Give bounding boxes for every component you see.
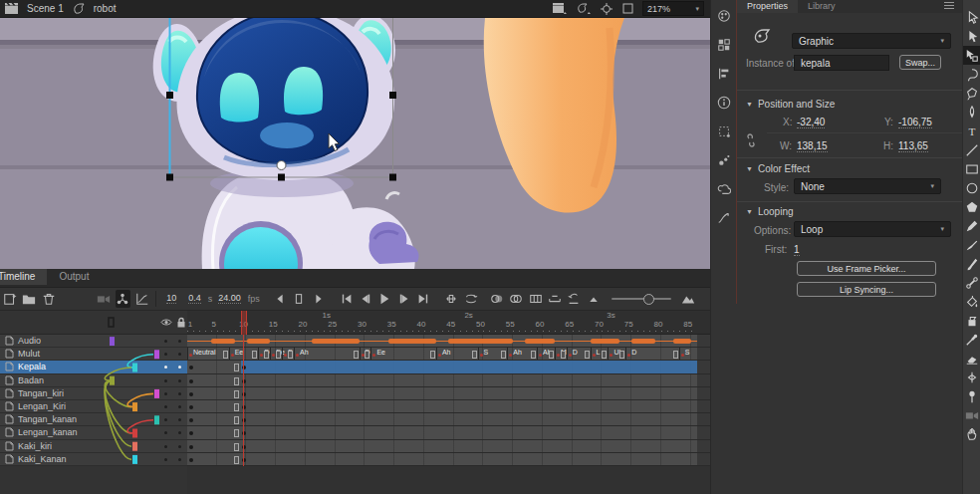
timeline-zoom-out-icon[interactable]: [586, 290, 601, 308]
new-layer-icon[interactable]: [2, 290, 17, 308]
layer-lock-dot[interactable]: [178, 418, 181, 421]
hand-tool-icon[interactable]: [963, 424, 980, 443]
first-frame-icon[interactable]: [339, 290, 354, 308]
eyedropper-tool-icon[interactable]: [963, 330, 980, 349]
frame-row-kaki_kiri[interactable]: [187, 440, 710, 453]
layer-visibility-dot[interactable]: [164, 405, 167, 408]
graph-view-icon[interactable]: [134, 290, 149, 308]
pencil-tool-icon[interactable]: [963, 216, 980, 235]
camera-view-icon[interactable]: [96, 290, 111, 308]
edit-multiple-frames-icon[interactable]: [528, 290, 543, 308]
link-dimensions-icon[interactable]: [744, 133, 758, 147]
onion-outline-icon[interactable]: [509, 290, 524, 308]
layer-lock-dot[interactable]: [178, 392, 181, 395]
new-folder-icon[interactable]: [21, 290, 36, 308]
layer-visibility-dot[interactable]: [164, 379, 167, 382]
frame-row-lengan_kiri[interactable]: [187, 400, 710, 413]
position-size-section-header[interactable]: ▼ Position and Size: [746, 99, 835, 110]
width-tool-icon[interactable]: [963, 368, 980, 386]
last-frame-icon[interactable]: [416, 290, 431, 308]
symbol-type-dropdown[interactable]: Graphic▾: [792, 33, 951, 49]
frame-row-mulut[interactable]: NeutralEeDEeFAhDEeAhSAhAhMDLUhDS: [187, 348, 710, 361]
oval-tool-icon[interactable]: [963, 178, 980, 197]
layer-lock-dot[interactable]: [178, 353, 181, 356]
layer-row-lengan_kanan[interactable]: Lengan_kanan: [0, 426, 187, 439]
transform-panel-icon[interactable]: [714, 122, 734, 141]
w-value[interactable]: 138,15: [797, 140, 828, 152]
layer-visibility-dot[interactable]: [164, 392, 167, 395]
current-frame-icon[interactable]: [292, 290, 307, 308]
mouth-keyframe-segment[interactable]: S: [478, 348, 508, 360]
mouth-keyframe-segment[interactable]: Ah: [436, 348, 478, 360]
layer-visibility-dot[interactable]: [164, 340, 167, 343]
delete-layer-icon[interactable]: [41, 290, 56, 308]
frame-span[interactable]: [187, 400, 697, 412]
onion-markers-icon[interactable]: [547, 290, 562, 308]
text-tool-icon[interactable]: T: [963, 122, 980, 140]
tab-timeline[interactable]: Timeline: [0, 269, 47, 285]
mouth-keyframe-segment[interactable]: D: [360, 348, 371, 360]
mouth-keyframe-segment[interactable]: D: [258, 348, 270, 360]
prev-frame-icon[interactable]: [358, 290, 372, 308]
layer-row-lengan_kiri[interactable]: Lengan_Kiri: [0, 400, 187, 413]
play-icon[interactable]: [377, 290, 392, 308]
mouth-keyframe-segment[interactable]: L: [591, 348, 609, 360]
instance-name-field[interactable]: kepala: [794, 55, 889, 71]
edited-symbol-name[interactable]: robot: [94, 3, 117, 14]
selected-frame-span[interactable]: [241, 361, 697, 372]
looping-options-dropdown[interactable]: Loop▾: [794, 221, 951, 237]
panel-drag-edge[interactable]: [736, 0, 737, 304]
scene-clapper-icon[interactable]: [5, 3, 18, 14]
align-panel-icon[interactable]: [714, 64, 734, 84]
cc-libraries-panel-icon[interactable]: [714, 179, 734, 199]
frame-span[interactable]: [187, 374, 697, 386]
y-value[interactable]: -106,75: [898, 117, 932, 128]
frames-area[interactable]: 15101520253035404550556065707580851s2s3s…: [187, 311, 710, 494]
layer-row-tangan_kanan[interactable]: Tangan_kanan: [0, 413, 187, 426]
scene-name[interactable]: Scene 1: [27, 3, 64, 14]
frame-span[interactable]: [187, 413, 697, 425]
layer-lock-dot[interactable]: [178, 458, 181, 461]
frame-span[interactable]: [187, 426, 697, 438]
tab-library[interactable]: Library: [798, 0, 846, 13]
stage-canvas[interactable]: [0, 18, 710, 269]
layer-visibility-dot[interactable]: [164, 458, 167, 461]
transform-point[interactable]: [277, 161, 286, 170]
center-stage-icon[interactable]: [601, 3, 612, 15]
layer-lock-dot[interactable]: [178, 379, 181, 382]
lasso-tool-icon[interactable]: [963, 65, 980, 84]
motion-editor-panel-icon[interactable]: [714, 208, 734, 228]
layer-row-kaki_kanan[interactable]: Kaki_Kanan: [0, 453, 187, 466]
layer-row-kaki_kiri[interactable]: Kaki_kiri: [0, 440, 187, 453]
h-value[interactable]: 113,65: [898, 140, 928, 152]
edit-symbols-icon[interactable]: [577, 3, 591, 14]
layer-visibility-dot[interactable]: [164, 366, 167, 369]
layer-visibility-dot[interactable]: [164, 353, 167, 356]
frame-row-tangan_kiri[interactable]: [187, 387, 710, 400]
clip-content-icon[interactable]: [622, 3, 633, 14]
reset-timeline-zoom-icon[interactable]: [567, 290, 582, 308]
timeline-zoom-slider[interactable]: [612, 298, 671, 300]
line-tool-icon[interactable]: [963, 140, 980, 159]
free-transform-tool-icon[interactable]: [963, 46, 980, 65]
fluid-lasso-tool-icon[interactable]: [963, 84, 980, 103]
paint-bucket-tool-icon[interactable]: [963, 292, 980, 311]
mouth-keyframe-segment[interactable]: Ah: [294, 348, 359, 360]
classic-brush-tool-icon[interactable]: [963, 254, 980, 273]
swatches-panel-icon[interactable]: [714, 35, 734, 55]
first-frame-value[interactable]: 1: [794, 244, 800, 256]
subselection-tool-icon[interactable]: [963, 27, 980, 46]
eraser-tool-icon[interactable]: [963, 349, 980, 368]
color-panel-icon[interactable]: [714, 6, 734, 26]
mouth-keyframe-segment[interactable]: D: [625, 348, 679, 360]
x-value[interactable]: -32,40: [797, 117, 825, 128]
current-frame-value[interactable]: 10: [166, 293, 176, 304]
tab-output[interactable]: Output: [47, 269, 101, 285]
layer-row-audio[interactable]: Audio: [0, 335, 187, 348]
layer-row-kepala[interactable]: Kepala: [0, 361, 187, 373]
lip-syncing-button[interactable]: Lip Syncing...: [797, 282, 936, 297]
layer-row-tangan_kiri[interactable]: Tangan_kiri: [0, 387, 187, 400]
parenting-view-icon[interactable]: [116, 290, 130, 308]
mouth-keyframe-segment[interactable]: Ee: [370, 348, 435, 360]
use-frame-picker-button[interactable]: Use Frame Picker...: [797, 261, 936, 276]
